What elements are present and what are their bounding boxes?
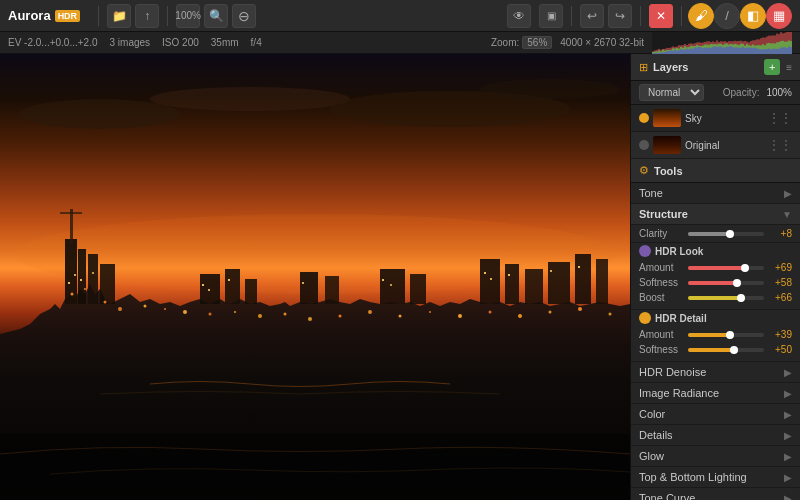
pen-tool-button[interactable]: / [714, 3, 740, 29]
brush-tool-button[interactable]: 🖌 [688, 3, 714, 29]
layer-visibility-original[interactable] [639, 140, 649, 150]
hdr-detail-amount-value: +39 [768, 329, 792, 340]
svg-rect-50 [80, 279, 82, 281]
hdr-detail-amount-fill [688, 333, 730, 337]
svg-point-26 [84, 288, 86, 290]
glow-row[interactable]: Glow ▶ [631, 446, 800, 467]
zoom-out-button[interactable]: ⊖ [232, 4, 256, 28]
photo-display [0, 54, 630, 500]
separator5 [681, 6, 682, 26]
svg-point-28 [118, 307, 122, 311]
layers-tool-button[interactable]: ◧ [740, 3, 766, 29]
color-arrow: ▶ [784, 409, 792, 420]
hdr-look-boost-label: Boost [639, 292, 684, 303]
svg-point-43 [518, 314, 522, 318]
zoom-fit-button[interactable]: 100% [176, 4, 200, 28]
details-arrow: ▶ [784, 430, 792, 441]
structure-label: Structure [639, 208, 782, 220]
opacity-value: 100% [766, 87, 792, 98]
svg-point-35 [284, 313, 287, 316]
svg-rect-57 [390, 284, 392, 286]
structure-row[interactable]: Structure ▼ [631, 204, 800, 225]
svg-rect-8 [88, 254, 98, 304]
canvas-area[interactable] [0, 54, 630, 500]
svg-point-32 [209, 313, 212, 316]
hdr-look-softness-track[interactable] [688, 281, 764, 285]
hdr-denoise-row[interactable]: HDR Denoise ▶ [631, 362, 800, 383]
layer-item-original[interactable]: Original ⋮⋮ [631, 132, 800, 159]
app-name: Aurora [8, 8, 51, 23]
svg-rect-62 [578, 266, 580, 268]
details-row[interactable]: Details ▶ [631, 425, 800, 446]
eye-button[interactable]: 👁 [507, 4, 531, 28]
layers-title: Layers [653, 61, 764, 73]
color-row[interactable]: Color ▶ [631, 404, 800, 425]
tone-row[interactable]: Tone ▶ [631, 183, 800, 204]
histogram-canvas [652, 32, 792, 54]
topbar: Aurora HDR 📁 ↑ 100% 🔍 ⊖ 👁 ▣ ↩ ↪ ✕ 🖌 / ◧ … [0, 0, 800, 32]
layer-item-sky[interactable]: Sky ⋮⋮ [631, 105, 800, 132]
svg-rect-53 [208, 289, 210, 291]
close-window-button[interactable]: ✕ [649, 4, 673, 28]
hdr-look-amount-thumb [741, 264, 749, 272]
svg-point-40 [429, 311, 431, 313]
hdr-look-softness-value: +58 [768, 277, 792, 288]
svg-point-44 [549, 311, 552, 314]
hdr-detail-icon [639, 312, 651, 324]
zoom-in-button[interactable]: 🔍 [204, 4, 228, 28]
hdr-badge: HDR [55, 10, 81, 22]
svg-point-29 [144, 305, 147, 308]
svg-rect-13 [225, 269, 240, 304]
photo-container [0, 54, 630, 500]
compare-button[interactable]: ▣ [539, 4, 563, 28]
svg-rect-51 [92, 272, 94, 274]
svg-point-41 [458, 314, 462, 318]
top-bottom-lighting-row[interactable]: Top & Bottom Lighting ▶ [631, 467, 800, 488]
right-panel: ⊞ Layers + ≡ Normal Multiply Screen Over… [630, 54, 800, 500]
hdr-detail-softness-row: Softness +50 [639, 342, 792, 357]
center-toolbar: 👁 ▣ [505, 4, 565, 28]
svg-point-30 [164, 308, 166, 310]
lens-info: 35mm [211, 37, 239, 48]
svg-point-25 [71, 293, 74, 296]
svg-rect-20 [505, 264, 519, 304]
hdr-look-icon [639, 245, 651, 257]
layer-visibility-sky[interactable] [639, 113, 649, 123]
hdr-look-boost-track[interactable] [688, 296, 764, 300]
hdr-look-amount-track[interactable] [688, 266, 764, 270]
layers-header[interactable]: ⊞ Layers + ≡ [631, 54, 800, 81]
redo-button[interactable]: ↪ [608, 4, 632, 28]
undo-button[interactable]: ↩ [580, 4, 604, 28]
svg-rect-54 [228, 279, 230, 281]
tone-curve-row[interactable]: Tone Curve ▶ [631, 488, 800, 500]
share-button[interactable]: ↑ [135, 4, 159, 28]
svg-rect-23 [575, 254, 591, 304]
image-radiance-row[interactable]: Image Radiance ▶ [631, 383, 800, 404]
svg-point-45 [578, 307, 582, 311]
image-radiance-arrow: ▶ [784, 388, 792, 399]
layers-menu-button[interactable]: ≡ [786, 62, 792, 73]
tone-label: Tone [639, 187, 784, 199]
hdr-look-title: HDR Look [655, 246, 792, 257]
svg-point-31 [183, 310, 187, 314]
hdr-detail-softness-value: +50 [768, 344, 792, 355]
image-radiance-label: Image Radiance [639, 387, 784, 399]
add-layer-button[interactable]: + [764, 59, 780, 75]
svg-rect-17 [380, 269, 405, 304]
clarity-track[interactable] [688, 232, 764, 236]
tools-header[interactable]: ⚙ Tools [631, 159, 800, 183]
svg-rect-59 [490, 278, 492, 280]
layers-icon: ⊞ [639, 61, 648, 74]
histogram-tool-button[interactable]: ▦ [766, 3, 792, 29]
layer-mode-select[interactable]: Normal Multiply Screen Overlay [639, 84, 704, 101]
svg-rect-61 [550, 270, 552, 272]
svg-point-4 [480, 79, 620, 99]
layer-mode-row: Normal Multiply Screen Overlay Opacity: … [631, 81, 800, 105]
hdr-look-amount-fill [688, 266, 745, 270]
hdr-detail-softness-track[interactable] [688, 348, 764, 352]
images-count: 3 images [110, 37, 151, 48]
svg-rect-48 [68, 282, 70, 284]
svg-rect-22 [548, 262, 570, 304]
open-file-button[interactable]: 📁 [107, 4, 131, 28]
hdr-detail-amount-track[interactable] [688, 333, 764, 337]
